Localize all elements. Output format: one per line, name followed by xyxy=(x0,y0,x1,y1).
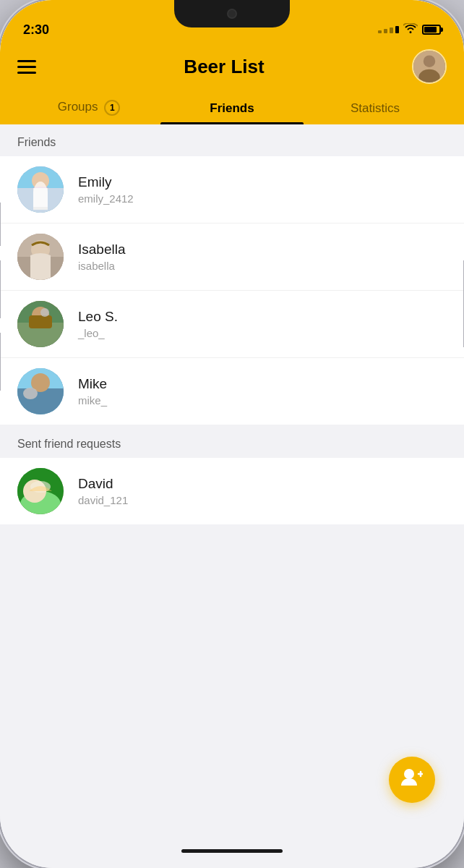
friend-username: isabella xyxy=(78,260,447,272)
tab-groups-label: Groups xyxy=(58,100,98,114)
home-bar xyxy=(181,849,283,853)
friends-section-header: Friends xyxy=(0,124,464,156)
avatar xyxy=(17,234,64,280)
list-item[interactable]: Isabella isabella xyxy=(0,224,464,291)
friend-username: mike_ xyxy=(78,394,447,407)
avatar xyxy=(17,166,64,213)
friend-info: Isabella isabella xyxy=(78,242,447,272)
add-friend-button[interactable] xyxy=(389,757,435,803)
friend-info: David david_121 xyxy=(78,476,447,506)
list-item[interactable]: Mike mike_ xyxy=(0,358,464,425)
tab-statistics-label: Statistics xyxy=(351,101,400,115)
status-bar: 2:30 xyxy=(0,0,464,43)
svg-point-23 xyxy=(404,769,414,779)
friend-username: emily_2412 xyxy=(78,192,447,205)
tab-groups[interactable]: Groups 1 xyxy=(17,93,160,124)
signal-dot-1 xyxy=(378,30,382,33)
camera xyxy=(227,9,237,19)
friend-name: David xyxy=(78,476,447,492)
notch xyxy=(174,0,290,27)
sent-requests-section-header: Sent friend requests xyxy=(0,425,464,458)
add-person-icon xyxy=(401,768,423,791)
hamburger-line-1 xyxy=(17,60,36,62)
status-time: 2:30 xyxy=(23,22,49,38)
svg-rect-13 xyxy=(29,315,52,328)
signal-dot-4 xyxy=(395,26,399,33)
tab-friends[interactable]: Friends xyxy=(160,94,304,124)
user-avatar-image xyxy=(413,51,445,82)
tab-groups-badge: 1 xyxy=(104,100,120,116)
friend-username: _leo_ xyxy=(78,327,447,339)
svg-point-5 xyxy=(32,172,49,190)
avatar xyxy=(17,301,64,347)
friend-info: Mike mike_ xyxy=(78,376,447,407)
user-avatar[interactable] xyxy=(412,49,447,84)
sent-requests-list: David david_121 xyxy=(0,458,464,524)
svg-rect-6 xyxy=(33,188,48,210)
header-top: Beer List xyxy=(17,49,447,93)
tab-statistics[interactable]: Statistics xyxy=(304,94,447,124)
phone-frame: 2:30 xyxy=(0,0,464,868)
tab-bar: Groups 1 Friends Statistics xyxy=(17,93,447,124)
home-indicator xyxy=(0,833,464,868)
side-button-volume-up xyxy=(0,260,1,318)
tab-friends-label: Friends xyxy=(210,101,254,115)
friend-name: Mike xyxy=(78,376,447,392)
hamburger-line-3 xyxy=(17,72,36,74)
signal-dot-2 xyxy=(384,29,387,33)
list-item[interactable]: Leo S. _leo_ xyxy=(0,291,464,358)
hamburger-menu[interactable] xyxy=(17,60,36,74)
wifi-icon xyxy=(403,23,418,36)
list-item[interactable]: Emily emily_2412 xyxy=(0,156,464,224)
friend-username: david_121 xyxy=(78,494,447,506)
avatar xyxy=(17,368,64,414)
friend-name: Emily xyxy=(78,174,447,190)
friend-name: Isabella xyxy=(78,242,447,258)
signal-icon xyxy=(378,26,399,33)
side-button-volume-down xyxy=(0,333,1,391)
svg-point-1 xyxy=(424,55,436,67)
app-title: Beer List xyxy=(184,56,264,78)
avatar xyxy=(17,468,64,514)
side-button-mute xyxy=(0,203,1,246)
battery-icon xyxy=(422,25,441,35)
status-icons xyxy=(378,23,441,38)
header: Beer List Groups 1 xyxy=(0,43,464,124)
friend-info: Leo S. _leo_ xyxy=(78,309,447,339)
svg-point-14 xyxy=(40,308,49,317)
list-item[interactable]: David david_121 xyxy=(0,458,464,524)
friend-info: Emily emily_2412 xyxy=(78,174,447,205)
phone-screen: 2:30 xyxy=(0,0,464,868)
content-area: Friends Emily xyxy=(0,124,464,833)
friend-name: Leo S. xyxy=(78,309,447,325)
hamburger-line-2 xyxy=(17,66,36,68)
svg-point-18 xyxy=(23,388,38,399)
signal-dot-3 xyxy=(390,27,393,33)
friends-list: Emily emily_2412 xyxy=(0,156,464,425)
battery-fill xyxy=(424,27,437,33)
